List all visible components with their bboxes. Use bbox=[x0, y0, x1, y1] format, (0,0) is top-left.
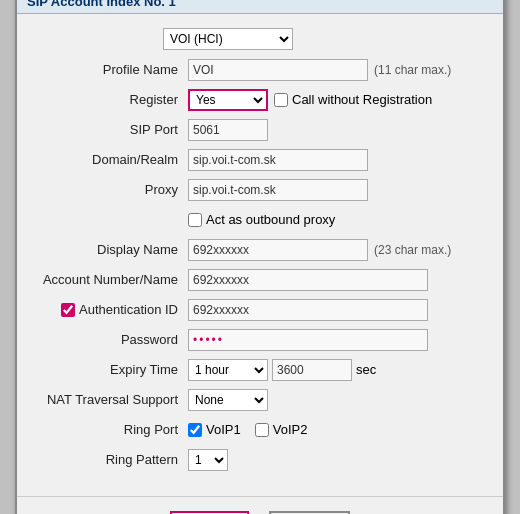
profile-select-row: VOI (HCI) VOI (HCI)2 bbox=[33, 28, 487, 50]
profile-select[interactable]: VOI (HCI) VOI (HCI)2 bbox=[163, 28, 293, 50]
form-content: VOI (HCI) VOI (HCI)2 Profile Name (11 ch… bbox=[17, 22, 503, 488]
domain-realm-label: Domain/Realm bbox=[33, 152, 188, 167]
act-outbound-control: Act as outbound proxy bbox=[188, 212, 487, 227]
expiry-unit-select[interactable]: 1 hour 30 min 1 day bbox=[188, 359, 268, 381]
password-row: Password bbox=[33, 328, 487, 352]
voip1-checkbox[interactable] bbox=[188, 423, 202, 437]
auth-id-input[interactable] bbox=[188, 299, 428, 321]
sip-port-label: SIP Port bbox=[33, 122, 188, 137]
auth-id-checkbox[interactable] bbox=[61, 303, 75, 317]
call-without-reg-text: Call without Registration bbox=[292, 92, 432, 107]
voip2-checkbox[interactable] bbox=[255, 423, 269, 437]
expiry-time-control: 1 hour 30 min 1 day sec bbox=[188, 359, 487, 381]
profile-name-label: Profile Name bbox=[33, 62, 188, 77]
display-name-row: Display Name (23 char max.) bbox=[33, 238, 487, 262]
ring-pattern-select[interactable]: 1 2 3 bbox=[188, 449, 228, 471]
register-select[interactable]: Yes No bbox=[188, 89, 268, 111]
register-row: Register Yes No Call without Registratio… bbox=[33, 88, 487, 112]
act-outbound-label: Act as outbound proxy bbox=[188, 212, 335, 227]
cancel-button[interactable]: Cancel bbox=[269, 511, 349, 515]
expiry-sec-label: sec bbox=[356, 362, 376, 377]
sip-port-row: SIP Port bbox=[33, 118, 487, 142]
proxy-input[interactable] bbox=[188, 179, 368, 201]
ring-pattern-label: Ring Pattern bbox=[33, 452, 188, 467]
profile-name-row: Profile Name (11 char max.) bbox=[33, 58, 487, 82]
expiry-time-label: Expiry Time bbox=[33, 362, 188, 377]
nat-traversal-label: NAT Traversal Support bbox=[33, 392, 188, 407]
profile-name-hint: (11 char max.) bbox=[374, 63, 451, 77]
call-without-reg-checkbox[interactable] bbox=[274, 93, 288, 107]
account-number-row: Account Number/Name bbox=[33, 268, 487, 292]
account-number-input[interactable] bbox=[188, 269, 428, 291]
act-outbound-text: Act as outbound proxy bbox=[206, 212, 335, 227]
sip-accounts-window: VoIP >> SIP Accounts SIP Account Index N… bbox=[15, 0, 505, 514]
profile-name-input[interactable] bbox=[188, 59, 368, 81]
nat-traversal-control: None STUN TURN bbox=[188, 389, 487, 411]
ring-pattern-row: Ring Pattern 1 2 3 bbox=[33, 448, 487, 472]
section-header: SIP Account Index No. 1 bbox=[17, 0, 503, 14]
ring-port-control: VoIP1 VoIP2 bbox=[188, 422, 487, 437]
display-name-label: Display Name bbox=[33, 242, 188, 257]
display-name-control: (23 char max.) bbox=[188, 239, 487, 261]
ok-button[interactable]: OK bbox=[170, 511, 249, 515]
auth-id-label: Authentication ID bbox=[79, 302, 178, 317]
profile-name-control: (11 char max.) bbox=[188, 59, 487, 81]
register-label: Register bbox=[33, 92, 188, 107]
ring-port-label: Ring Port bbox=[33, 422, 188, 437]
proxy-label: Proxy bbox=[33, 182, 188, 197]
voip2-label: VoIP2 bbox=[255, 422, 308, 437]
nat-traversal-row: NAT Traversal Support None STUN TURN bbox=[33, 388, 487, 412]
sip-port-control bbox=[188, 119, 487, 141]
register-control: Yes No Call without Registration bbox=[188, 89, 487, 111]
ring-pattern-control: 1 2 3 bbox=[188, 449, 487, 471]
account-number-label: Account Number/Name bbox=[33, 272, 188, 287]
display-name-hint: (23 char max.) bbox=[374, 243, 451, 257]
domain-realm-row: Domain/Realm bbox=[33, 148, 487, 172]
ring-port-row: Ring Port VoIP1 VoIP2 bbox=[33, 418, 487, 442]
domain-realm-input[interactable] bbox=[188, 149, 368, 171]
auth-id-control bbox=[188, 299, 487, 321]
nat-traversal-select[interactable]: None STUN TURN bbox=[188, 389, 268, 411]
expiry-time-row: Expiry Time 1 hour 30 min 1 day sec bbox=[33, 358, 487, 382]
display-name-input[interactable] bbox=[188, 239, 368, 261]
act-outbound-checkbox[interactable] bbox=[188, 213, 202, 227]
footer: OK Cancel bbox=[17, 496, 503, 515]
auth-id-row: Authentication ID bbox=[33, 298, 487, 322]
password-input[interactable] bbox=[188, 329, 428, 351]
domain-realm-control bbox=[188, 149, 487, 171]
voip1-label: VoIP1 bbox=[188, 422, 241, 437]
act-outbound-row: Act as outbound proxy bbox=[33, 208, 487, 232]
voip1-text: VoIP1 bbox=[206, 422, 241, 437]
proxy-row: Proxy bbox=[33, 178, 487, 202]
auth-id-label-area: Authentication ID bbox=[33, 302, 188, 317]
proxy-control bbox=[188, 179, 487, 201]
password-control bbox=[188, 329, 487, 351]
sip-port-input[interactable] bbox=[188, 119, 268, 141]
voip2-text: VoIP2 bbox=[273, 422, 308, 437]
expiry-seconds-input[interactable] bbox=[272, 359, 352, 381]
password-label: Password bbox=[33, 332, 188, 347]
call-without-reg-label: Call without Registration bbox=[274, 92, 432, 107]
account-number-control bbox=[188, 269, 487, 291]
